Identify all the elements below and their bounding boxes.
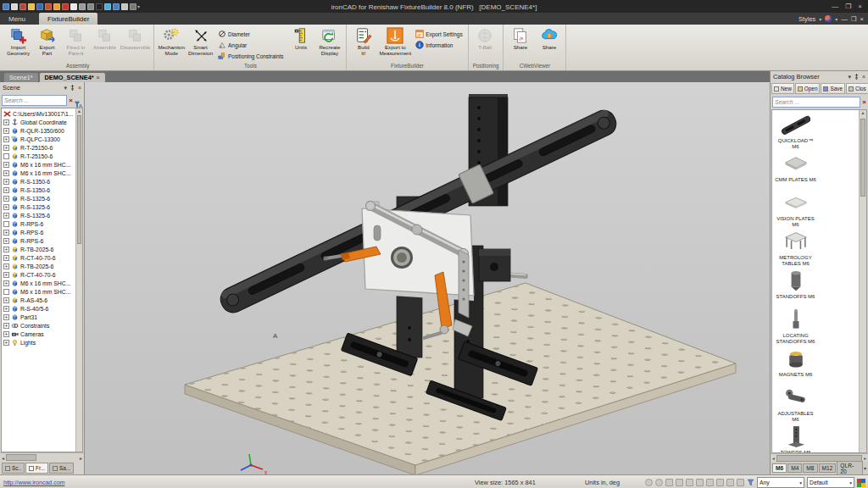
ribbon-button-t-ball[interactable]: T-Ball [471,26,499,51]
statusbar-icon[interactable] [706,479,714,486]
tree-item[interactable]: R-RPS-6 [2,219,82,228]
render-style-icon[interactable] [857,479,865,487]
tree-expand-box[interactable]: + [3,170,9,176]
catalog-item-vision-plates-m6[interactable]: VISION PLATES M6 [774,190,817,228]
help-sphere-icon[interactable] [825,15,832,22]
ribbon-button-mechanism-mode[interactable]: Mechanism Mode [157,26,186,57]
catalog-save-button[interactable]: Save [821,83,845,94]
catalog-open-button[interactable]: Open [795,83,821,94]
panel-dropdown-icon[interactable]: ▾ [64,85,67,91]
qat-icon[interactable] [104,3,111,10]
panel-tab-sc[interactable]: Sc.. [2,463,25,474]
statusbar-icon[interactable] [686,479,693,486]
tree-expand-box[interactable]: + [3,272,9,278]
catalog-item-locating-standoffs-m6[interactable]: LOCATING STANDOFFS M6 [774,307,817,345]
catalog-search-input[interactable]: Search ... [772,97,860,108]
viewport-canvas[interactable]: A [85,82,770,474]
statusbar-icon[interactable] [645,479,653,486]
qat-icon[interactable] [79,3,86,10]
ribbon-minimize-button[interactable]: — [841,15,848,23]
statusbar-filter-icon[interactable] [747,479,754,486]
tree-item[interactable]: +M6 x 16 mm SHC... [2,279,82,287]
tree-item[interactable]: +R-QLPC-13300 [2,135,82,143]
catalog-item-quickload-m6[interactable]: QUICKLOAD™ M6 [774,112,817,150]
tree-expand-box[interactable]: + [3,255,9,261]
tree-expand-box[interactable] [3,289,9,295]
tab-close-icon[interactable]: × [97,75,100,80]
tree-expand-box[interactable]: + [3,145,9,151]
tree-item[interactable]: +Part31 [2,313,82,321]
viewport-3d[interactable]: A [85,82,770,474]
tree-item[interactable]: +R-S-1350-6 [2,177,82,186]
ribbon-button-export-to-measurement[interactable]: Export to Measurement [378,26,412,57]
styles-caret-icon[interactable]: ▾ [819,16,821,22]
panel-pin-icon[interactable] [70,85,75,91]
ribbon-button-export-part[interactable]: Export Part [33,26,61,57]
tree-expand-box[interactable]: + [3,340,9,346]
tree-item[interactable]: +R-T-25150-6 [2,143,82,152]
statusbar-icon[interactable] [696,479,704,486]
tree-item[interactable]: +R-CT-40-70-6 [2,270,82,279]
ribbon-button-units[interactable]: Units [287,26,314,51]
ribbon-button-assemble[interactable]: Assemble [91,26,119,51]
tree-item[interactable]: +R-S-1350-6 [2,186,82,194]
tree-expand-box[interactable]: + [3,297,9,303]
ribbon-button-angular[interactable]: Angular [218,41,283,49]
catalog-new-button[interactable]: New [771,83,794,94]
ribbon-button-smart-dimension[interactable]: Smart Dimension [186,26,214,57]
document-tab-demo-scene4[interactable]: DEMO_SCENE4*× [40,73,105,82]
qat-icon[interactable] [53,3,60,10]
filter-combo[interactable]: Any▾ [757,477,804,488]
ribbon-button-disassemble[interactable]: Disassemble [120,26,151,51]
tree-item[interactable]: R-T-25150-6 [2,152,82,160]
statusbar-icon[interactable] [716,479,724,486]
catalog-item-cmm-plates-m6[interactable]: CMM PLATES M6 [774,151,817,189]
catalog-tab-m12[interactable]: M12 [819,463,837,473]
tree-expand-box[interactable]: + [3,263,9,269]
statusbar-icon[interactable] [737,479,744,486]
tree-item[interactable]: +M6 x 16 mm SHC... [2,160,82,169]
clamp-cube[interactable] [479,249,510,281]
catalog-item-magnets-m6[interactable]: MAGNETS M6 [774,346,817,384]
tree-expand-box[interactable]: + [3,162,9,168]
panel-tab-fr[interactable]: Fr... [25,463,48,474]
qat-icon[interactable] [3,3,9,10]
tree-item[interactable]: +R-S-40/5-6 [2,304,82,313]
tree-expand-box[interactable]: + [3,213,9,219]
tree-expand-box[interactable]: + [3,136,9,142]
tree-expand-box[interactable]: + [3,187,9,193]
catalog-item-metrology-tables-m6[interactable]: METROLOGY TABLES M6 [774,229,817,267]
tree-expand-box[interactable]: + [3,306,9,312]
statusbar-icon[interactable] [665,479,673,486]
catalog-tabs-overflow-icon[interactable]: ▾ [864,465,866,471]
ribbon-tab-fixturebuilder[interactable]: FixtureBuilder [39,13,97,25]
tree-expand-box[interactable]: + [3,128,9,134]
tree-item[interactable]: +R-S-1325-6 [2,202,82,211]
catalog-tab-m8[interactable]: M8 [803,463,817,473]
tree-expand-box[interactable]: + [3,179,9,185]
qat-icon[interactable] [11,3,18,10]
ribbon-button-positioning-constraints[interactable]: Positioning Constraints [218,52,283,60]
ribbon-button-share[interactable]: Share [535,26,563,51]
statusbar-icon[interactable] [676,479,683,486]
qat-icon[interactable] [19,3,26,10]
qat-overflow-icon[interactable]: ▾ [137,3,140,9]
ironcad-link[interactable]: http://www.ironcad.com [0,480,64,485]
style-combo[interactable]: Default▾ [807,477,854,488]
tree-expand-box[interactable]: + [3,323,9,329]
ribbon-button-export-settings[interactable]: Export Settings [415,30,462,38]
ribbon-button-share[interactable]: .jsShare [506,26,534,51]
catalog-dropdown-icon[interactable]: ▾ [848,74,851,80]
tree-expand-box[interactable]: + [3,119,9,125]
scene-tree-scrollbar[interactable]: ▲ [75,108,82,452]
scene-filter-icon[interactable]: A [75,97,82,104]
tree-item[interactable]: +R-TB-2025-6 [2,245,82,253]
scene-hscrollbar[interactable]: ◂▸ [0,452,84,462]
tree-item[interactable]: +Lights [2,338,82,347]
tree-expand-box[interactable]: + [3,331,9,337]
scene-search-clear-icon[interactable]: × [69,97,73,104]
panel-close-icon[interactable]: × [78,85,81,91]
minimize-button[interactable]: — [832,3,838,10]
ribbon-button-information[interactable]: Information [415,41,462,49]
ribbon-button-fixed-in-parent[interactable]: Fixed in Parent [62,26,90,57]
